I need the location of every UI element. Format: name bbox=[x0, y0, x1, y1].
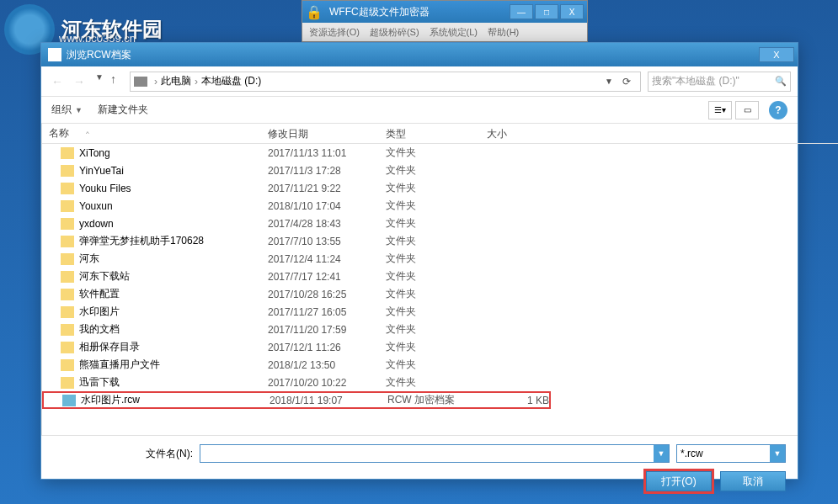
nav-bar: ← → ▼ ↑ › 此电脑 › 本地磁盘 (D:) ▼ ⟳ 搜索"本地磁盘 (D… bbox=[41, 66, 798, 97]
column-size[interactable]: 大小 bbox=[480, 124, 547, 143]
bottom-area: 文件名(N): ▼ *.rcw ▼ 打开(O) 取消 bbox=[41, 435, 798, 500]
file-row[interactable]: 迅雷下载 2017/10/20 10:22 文件夹 bbox=[42, 374, 838, 391]
file-row[interactable]: 河东下载站 2017/7/17 12:41 文件夹 bbox=[42, 268, 838, 285]
file-row[interactable]: Youku Files 2017/11/21 9:22 文件夹 bbox=[42, 179, 838, 197]
file-area: 名称^ 修改日期 类型 大小 XiTong 2017/11/13 11:01 文… bbox=[42, 124, 838, 435]
file-row[interactable]: Youxun 2018/1/10 17:04 文件夹 bbox=[42, 197, 838, 215]
breadcrumb-dropdown[interactable]: ▼ bbox=[601, 77, 616, 86]
file-row[interactable]: 相册保存目录 2017/12/1 11:26 文件夹 bbox=[42, 338, 838, 356]
file-name: YinYueTai bbox=[79, 165, 124, 177]
file-type: 文件夹 bbox=[379, 358, 480, 372]
folder-icon bbox=[61, 306, 74, 318]
filter-dropdown-button[interactable]: ▼ bbox=[770, 445, 785, 462]
file-date: 2017/12/1 11:26 bbox=[261, 342, 379, 353]
file-name: yxdown bbox=[79, 218, 114, 230]
close-button[interactable]: X bbox=[560, 4, 584, 19]
refresh-button[interactable]: ⟳ bbox=[616, 76, 637, 88]
file-name: 我的文档 bbox=[79, 322, 120, 337]
file-name: 河东 bbox=[79, 252, 99, 266]
column-date[interactable]: 修改日期 bbox=[261, 124, 379, 143]
file-date: 2018/1/11 19:07 bbox=[263, 395, 381, 406]
menu-resource[interactable]: 资源选择(O) bbox=[309, 26, 360, 39]
cancel-button[interactable]: 取消 bbox=[720, 471, 786, 491]
toolbar: 组织 ▼ 新建文件夹 ☰▾ ▭ ? bbox=[41, 97, 798, 124]
menu-shred[interactable]: 超级粉碎(S) bbox=[370, 26, 419, 39]
file-type: 文件夹 bbox=[379, 287, 480, 301]
file-name: 水印图片 bbox=[79, 305, 120, 319]
breadcrumb-drive[interactable]: 本地磁盘 (D:) bbox=[201, 74, 261, 88]
history-dropdown[interactable]: ▼ bbox=[95, 72, 104, 91]
column-name[interactable]: 名称^ bbox=[42, 124, 261, 143]
file-row[interactable]: 我的文档 2017/11/20 17:59 文件夹 bbox=[42, 321, 838, 338]
file-row[interactable]: 熊猫直播用户文件 2018/1/2 13:50 文件夹 bbox=[42, 356, 838, 374]
filename-dropdown-button[interactable]: ▼ bbox=[654, 445, 669, 462]
breadcrumb-sep: › bbox=[195, 76, 198, 88]
file-name: XiTong bbox=[79, 147, 110, 159]
file-type: 文件夹 bbox=[379, 163, 480, 178]
folder-icon bbox=[61, 236, 74, 247]
file-type: 文件夹 bbox=[379, 322, 480, 337]
file-row[interactable]: XiTong 2017/11/13 11:01 文件夹 bbox=[42, 144, 838, 162]
file-row[interactable]: yxdown 2017/4/28 18:43 文件夹 bbox=[42, 215, 838, 232]
folder-icon bbox=[61, 200, 74, 212]
file-type: 文件夹 bbox=[379, 146, 480, 160]
new-folder-button[interactable]: 新建文件夹 bbox=[98, 103, 148, 117]
breadcrumb[interactable]: › 此电脑 › 本地磁盘 (D:) ▼ ⟳ bbox=[130, 72, 641, 92]
file-date: 2017/11/13 11:01 bbox=[261, 147, 379, 159]
file-type: 文件夹 bbox=[379, 234, 480, 248]
folder-icon bbox=[61, 147, 74, 159]
file-name: 弹弹堂无梦挂机助手170628 bbox=[79, 234, 204, 248]
view-details-button[interactable]: ☰▾ bbox=[708, 101, 732, 119]
folder-icon bbox=[61, 342, 74, 353]
back-button[interactable]: ← bbox=[48, 72, 67, 91]
file-name: Youxun bbox=[79, 200, 113, 212]
file-row[interactable]: 河东 2017/12/4 11:24 文件夹 bbox=[42, 250, 838, 268]
search-input[interactable]: 搜索"本地磁盘 (D:)" 🔍 bbox=[648, 72, 791, 92]
folder-icon bbox=[61, 165, 74, 177]
breadcrumb-pc[interactable]: 此电脑 bbox=[161, 74, 191, 88]
file-row[interactable]: 软件配置 2017/10/28 16:25 文件夹 bbox=[42, 285, 838, 303]
dialog-titlebar[interactable]: 浏览RCW档案 X bbox=[41, 43, 798, 66]
up-button[interactable]: ↑ bbox=[110, 72, 116, 91]
file-name: 迅雷下载 bbox=[79, 375, 120, 390]
column-type[interactable]: 类型 bbox=[379, 124, 480, 143]
folder-icon bbox=[61, 218, 74, 230]
folder-icon bbox=[61, 324, 74, 336]
organize-button[interactable]: 组织 ▼ bbox=[51, 103, 83, 117]
file-date: 2017/7/10 13:55 bbox=[261, 236, 379, 247]
file-date: 2017/11/27 16:05 bbox=[261, 306, 379, 318]
sort-arrow-icon: ^ bbox=[86, 130, 89, 137]
menu-help[interactable]: 帮助(H) bbox=[488, 26, 519, 39]
file-date: 2017/11/20 17:59 bbox=[261, 324, 379, 336]
parent-window: 🔒 WFFC超级文件加密器 — □ X 资源选择(O) 超级粉碎(S) 系统锁定… bbox=[302, 0, 588, 42]
parent-title: WFFC超级文件加密器 bbox=[329, 5, 510, 19]
file-date: 2017/10/20 10:22 bbox=[261, 377, 379, 389]
minimize-button[interactable]: — bbox=[510, 4, 533, 19]
dialog-icon bbox=[48, 48, 61, 61]
filename-input[interactable]: ▼ bbox=[200, 444, 670, 463]
file-row[interactable]: YinYueTai 2017/11/3 17:28 文件夹 bbox=[42, 162, 838, 179]
file-row[interactable]: 水印图片.rcw 2018/1/11 19:07 RCW 加密档案 1 KB bbox=[42, 391, 551, 409]
menu-lock[interactable]: 系统锁定(L) bbox=[430, 26, 478, 39]
folder-icon bbox=[61, 271, 74, 283]
dialog-close-button[interactable]: X bbox=[759, 47, 794, 62]
chevron-down-icon: ▼ bbox=[75, 106, 83, 114]
folder-icon bbox=[61, 183, 74, 194]
file-type: 文件夹 bbox=[379, 199, 480, 213]
file-name: 水印图片.rcw bbox=[81, 393, 140, 407]
file-type: 文件夹 bbox=[379, 216, 480, 231]
watermark-text: 河东软件园 bbox=[61, 16, 163, 43]
file-row[interactable]: 水印图片 2017/11/27 16:05 文件夹 bbox=[42, 303, 838, 321]
filter-select[interactable]: *.rcw ▼ bbox=[676, 444, 786, 463]
file-type: 文件夹 bbox=[379, 252, 480, 266]
drive-icon bbox=[134, 77, 147, 87]
file-size: 1 KB bbox=[482, 395, 549, 406]
maximize-button[interactable]: □ bbox=[535, 4, 558, 19]
open-button[interactable]: 打开(O) bbox=[646, 471, 712, 491]
help-button[interactable]: ? bbox=[769, 101, 787, 119]
file-name: 熊猫直播用户文件 bbox=[79, 358, 160, 372]
view-preview-button[interactable]: ▭ bbox=[735, 101, 759, 119]
parent-menu: 资源选择(O) 超级粉碎(S) 系统锁定(L) 帮助(H) bbox=[302, 23, 587, 42]
file-row[interactable]: 弹弹堂无梦挂机助手170628 2017/7/10 13:55 文件夹 bbox=[42, 232, 838, 250]
forward-button[interactable]: → bbox=[70, 72, 88, 91]
